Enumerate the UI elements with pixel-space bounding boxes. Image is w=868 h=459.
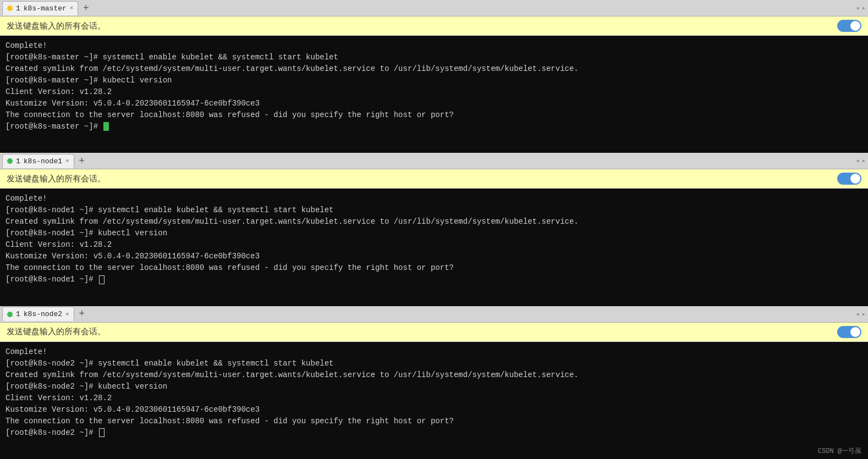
broadcast-bar-2: 发送键盘输入的所有会话。 — [0, 323, 868, 342]
tab-name-k8s-master: k8s-master — [24, 4, 67, 13]
terminal-line-1-2: Created symlink from /etc/systemd/system… — [6, 216, 862, 228]
tab-number-k8s-master: 1 — [16, 4, 20, 13]
terminal-line-0-3: [root@k8s-master ~]# kubectl version — [6, 75, 862, 86]
terminal-line-2-4: Client Version: v1.28.2 — [6, 392, 862, 404]
tab-k8s-master[interactable]: 1k8s-master× — [2, 1, 78, 15]
scroll-controls-2: ◂▸ — [856, 310, 866, 318]
terminal-line-2-6: The connection to the server localhost:8… — [6, 416, 862, 427]
watermark: CSDN @一弓虽 — [818, 446, 861, 456]
tab-bar-1: 1k8s-node1×+◂▸ — [0, 153, 868, 169]
broadcast-text-0: 发送键盘输入的所有会话。 — [7, 21, 106, 31]
terminal-content-0[interactable]: Complete![root@k8s-master ~]# systemctl … — [0, 36, 868, 153]
terminal-line-0-6: The connection to the server localhost:8… — [6, 109, 862, 121]
pane-k8s-node2: 1k8s-node2×+◂▸发送键盘输入的所有会话。Complete![root… — [0, 306, 868, 459]
tab-bar-2: 1k8s-node2×+◂▸ — [0, 306, 868, 323]
terminal-line-2-2: Created symlink from /etc/systemd/system… — [6, 369, 862, 381]
broadcast-toggle-1[interactable] — [837, 173, 861, 185]
scroll-right-2[interactable]: ▸ — [862, 310, 866, 318]
terminal-line-2-7: [root@k8s-node2 ~]# — [6, 427, 862, 439]
tab-k8s-node1[interactable]: 1k8s-node1× — [2, 154, 74, 168]
tab-name-k8s-node2: k8s-node2 — [24, 310, 62, 318]
tab-k8s-node2[interactable]: 1k8s-node2× — [2, 307, 74, 321]
terminal-line-0-0: Complete! — [6, 40, 862, 52]
terminal-line-1-5: Kustomize Version: v5.0.4-0.202306011659… — [6, 251, 862, 262]
cursor-block-0 — [103, 122, 109, 131]
cursor-empty-1 — [99, 275, 105, 284]
tab-close-k8s-master[interactable]: × — [70, 5, 74, 12]
terminal-line-0-1: [root@k8s-master ~]# systemctl enable ku… — [6, 52, 862, 63]
tab-bar-0: 1k8s-master×+◂▸ — [0, 0, 868, 16]
tab-name-k8s-node1: k8s-node1 — [24, 157, 62, 165]
terminal-line-1-3: [root@k8s-node1 ~]# kubectl version — [6, 228, 862, 239]
tab-dot-k8s-node1 — [7, 158, 13, 164]
terminal-content-2[interactable]: Complete![root@k8s-node2 ~]# systemctl e… — [0, 342, 868, 459]
broadcast-text-2: 发送键盘输入的所有会话。 — [7, 327, 106, 337]
broadcast-toggle-2[interactable] — [837, 326, 861, 338]
tab-number-k8s-node1: 1 — [16, 157, 20, 165]
broadcast-bar-1: 发送键盘输入的所有会话。 — [0, 169, 868, 189]
broadcast-text-1: 发送键盘输入的所有会话。 — [7, 174, 106, 184]
tab-add-2[interactable]: + — [75, 307, 89, 320]
tab-close-k8s-node2[interactable]: × — [65, 311, 69, 318]
terminal-line-2-0: Complete! — [6, 346, 862, 358]
pane-k8s-node1: 1k8s-node1×+◂▸发送键盘输入的所有会话。Complete![root… — [0, 153, 868, 306]
scroll-controls-0: ◂▸ — [856, 4, 866, 12]
scroll-left-1[interactable]: ◂ — [856, 157, 860, 165]
broadcast-bar-0: 发送键盘输入的所有会话。 — [0, 16, 868, 36]
tab-add-1[interactable]: + — [75, 154, 89, 168]
terminal-line-2-1: [root@k8s-node2 ~]# systemctl enable kub… — [6, 358, 862, 369]
scroll-left-2[interactable]: ◂ — [856, 310, 860, 318]
terminal-line-1-1: [root@k8s-node1 ~]# systemctl enable kub… — [6, 204, 862, 216]
tab-number-k8s-node2: 1 — [16, 310, 20, 318]
terminal-line-2-3: [root@k8s-node2 ~]# kubectl version — [6, 381, 862, 392]
scroll-controls-1: ◂▸ — [856, 157, 866, 165]
terminal-line-1-0: Complete! — [6, 193, 862, 204]
terminal-content-1[interactable]: Complete![root@k8s-node1 ~]# systemctl e… — [0, 189, 868, 306]
tab-dot-k8s-node2 — [7, 312, 13, 317]
broadcast-toggle-0[interactable] — [837, 20, 861, 32]
terminal-line-0-7: [root@k8s-master ~]# — [6, 121, 862, 132]
scroll-right-0[interactable]: ▸ — [862, 4, 866, 12]
terminal-line-0-2: Created symlink from /etc/systemd/system… — [6, 63, 862, 75]
terminal-line-1-6: The connection to the server localhost:8… — [6, 262, 862, 274]
terminal-line-0-5: Kustomize Version: v5.0.4-0.202306011659… — [6, 98, 862, 109]
terminal-line-2-5: Kustomize Version: v5.0.4-0.202306011659… — [6, 404, 862, 416]
pane-k8s-master: 1k8s-master×+◂▸发送键盘输入的所有会话。Complete![roo… — [0, 0, 868, 153]
terminal-line-1-4: Client Version: v1.28.2 — [6, 239, 862, 251]
tab-close-k8s-node1[interactable]: × — [65, 158, 69, 164]
cursor-empty-2 — [99, 428, 105, 437]
scroll-right-1[interactable]: ▸ — [862, 157, 866, 165]
terminal-line-0-4: Client Version: v1.28.2 — [6, 86, 862, 98]
tab-add-0[interactable]: + — [79, 2, 92, 15]
terminal-line-1-7: [root@k8s-node1 ~]# — [6, 274, 862, 285]
tab-dot-k8s-master — [7, 5, 13, 11]
scroll-left-0[interactable]: ◂ — [856, 4, 860, 12]
